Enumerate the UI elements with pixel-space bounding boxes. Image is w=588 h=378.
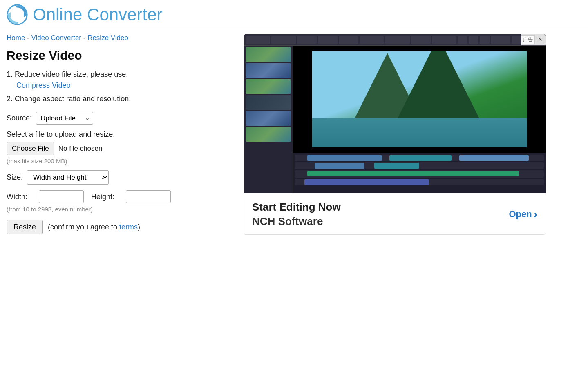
size-label: Size:: [7, 173, 23, 182]
instructions-list: 1. Reduce video file size, please use: C…: [7, 69, 235, 105]
instruction-1: 1. Reduce video file size, please use: C…: [7, 69, 235, 91]
choose-file-button[interactable]: Choose File: [7, 142, 54, 155]
thumb-2: [246, 63, 291, 78]
thumb-3: [246, 79, 291, 94]
size-select-wrapper[interactable]: Width and Height 320x240 640x480 1280x72…: [27, 170, 109, 185]
ad-label: 广告: [521, 35, 535, 44]
width-label: Width:: [7, 193, 27, 201]
max-size-hint: (max file size 200 MB): [7, 158, 235, 165]
water-layer: [312, 118, 526, 147]
editor-main: [293, 46, 546, 193]
instruction-2-number: 2.: [7, 95, 15, 103]
toolbar-btn-5: [339, 36, 358, 44]
thumb-5: [246, 111, 291, 126]
file-row: Choose File No file chosen: [7, 142, 235, 155]
source-select[interactable]: Upload File URL Google Drive Dropbox: [36, 112, 93, 125]
ad-bottom: Start Editing Now NCH Software Open ›: [244, 193, 546, 234]
toolbar-btn-2: [271, 36, 296, 44]
size-select[interactable]: Width and Height 320x240 640x480 1280x72…: [27, 170, 109, 185]
ad-headline: Start Editing Now: [252, 201, 341, 213]
page-title: Resize Video: [7, 49, 235, 62]
editor-timeline: [293, 153, 546, 193]
instruction-1-text: Reduce video file size, please use:: [15, 70, 128, 78]
timeline-track-2: [295, 162, 544, 169]
instruction-2-text: Change aspect ratio and resolution:: [15, 95, 131, 103]
toolbar-btn-9: [432, 36, 456, 44]
wh-row: Width: Height:: [7, 190, 235, 203]
source-label: Source:: [7, 114, 32, 122]
instruction-2: 2. Change aspect ratio and resolution:: [7, 93, 235, 105]
toolbar-btn-6: [360, 36, 384, 44]
instruction-1-number: 1.: [7, 70, 15, 78]
size-row: Size: Width and Height 320x240 640x480 1…: [7, 170, 235, 185]
audio-clip: [307, 171, 519, 176]
clip-1: [307, 155, 382, 161]
breadcrumb: Home - Video Converter - Resize Video: [7, 34, 235, 42]
header: Online Converter: [0, 0, 588, 28]
toolbar-btn-3: [297, 36, 317, 44]
thumb-6: [246, 127, 291, 142]
ad-top-bar: 广告 ×: [521, 34, 546, 45]
clip-5: [374, 163, 419, 169]
editor-left-panel: [244, 46, 293, 193]
height-label: Height:: [91, 193, 114, 201]
mountain-2: [398, 51, 479, 118]
ad-text-block: Start Editing Now NCH Software: [252, 201, 341, 228]
logo-icon: [7, 4, 28, 25]
ad-cta-button[interactable]: Open ›: [509, 208, 537, 221]
ad-cta-arrow: ›: [534, 208, 537, 221]
toolbar-btn-11: [469, 36, 478, 44]
source-row: Source: Upload File URL Google Drive Dro…: [7, 112, 235, 125]
breadcrumb-home[interactable]: Home: [7, 34, 25, 42]
clip-3: [459, 155, 529, 161]
timeline-track-1: [295, 155, 544, 161]
range-hint: (from 10 to 2998, even number): [7, 206, 235, 213]
ad-screenshot-inner: [244, 34, 546, 193]
thumb-1: [246, 47, 291, 62]
breadcrumb-video-converter[interactable]: Video Converter: [31, 34, 81, 42]
toolbar-btn-7: [385, 36, 410, 44]
preview-image: [312, 51, 526, 147]
compress-video-link[interactable]: Compress Video: [16, 80, 235, 91]
ad-cta-text: Open: [509, 209, 532, 220]
resize-confirm-text: (confirm you agree to terms): [48, 223, 140, 231]
resize-row: Resize (confirm you agree to terms): [7, 220, 235, 234]
site-title: Online Converter: [33, 5, 162, 24]
thumb-4: [246, 95, 291, 110]
editor-preview: [293, 46, 546, 153]
ad-product-name: NCH Software: [252, 215, 341, 228]
upload-section: Select a file to upload and resize: Choo…: [7, 130, 235, 155]
ad-close-button[interactable]: ×: [535, 34, 546, 45]
editor-body: [244, 46, 546, 193]
breadcrumb-current[interactable]: Resize Video: [87, 34, 128, 42]
timeline-track-audio: [295, 170, 544, 178]
source-select-wrapper[interactable]: Upload File URL Google Drive Dropbox: [36, 112, 93, 125]
editor-toolbar: [244, 34, 546, 46]
ad-panel: 广告 ×: [244, 34, 546, 235]
timeline-track-3: [295, 179, 544, 185]
ad-screenshot: [244, 34, 546, 193]
clip-6: [304, 179, 429, 185]
toolbar-btn-12: [480, 36, 490, 44]
left-column: Home - Video Converter - Resize Video Re…: [7, 34, 235, 234]
toolbar-btn-10: [458, 36, 467, 44]
terms-link[interactable]: terms: [119, 223, 138, 231]
height-input[interactable]: [126, 190, 171, 203]
toolbar-btn-4: [318, 36, 338, 44]
clip-2: [389, 155, 452, 161]
toolbar-btn-8: [411, 36, 431, 44]
clip-4: [315, 163, 364, 169]
toolbar-btn-1: [246, 36, 270, 44]
main-layout: Home - Video Converter - Resize Video Re…: [0, 28, 588, 243]
no-file-text: No file chosen: [58, 145, 103, 153]
width-input[interactable]: [39, 190, 84, 203]
upload-label: Select a file to upload and resize:: [7, 130, 235, 139]
resize-button[interactable]: Resize: [7, 220, 43, 234]
toolbar-btn-13: [491, 36, 510, 44]
